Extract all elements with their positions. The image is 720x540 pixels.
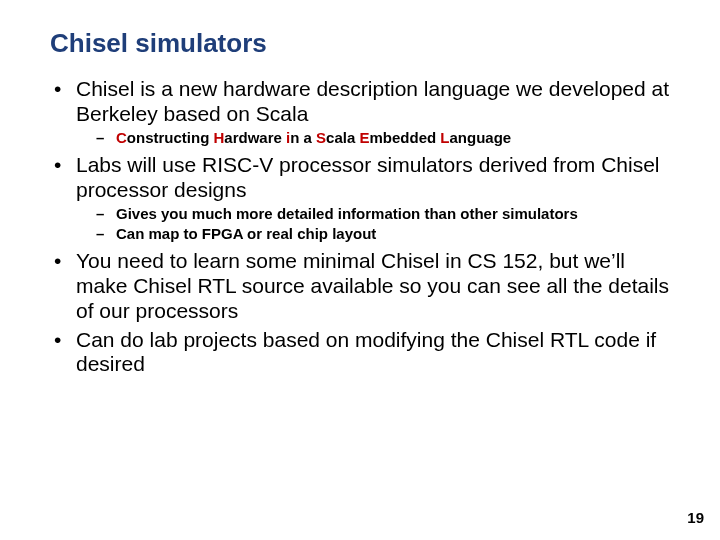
acronym-rest: onstructing [127,129,214,146]
acronym-rest: ardware [224,129,286,146]
bullet-text: Chisel is a new hardware description lan… [76,77,669,125]
acronym-rest: n a [290,129,316,146]
acronym-letter: S [316,129,326,146]
acronym-rest: cala [326,129,359,146]
sub-bullet-item: Gives you much more detailed information… [76,205,670,224]
sub-bullet-item: Can map to FPGA or real chip layout [76,225,670,244]
bullet-text: You need to learn some minimal Chisel in… [76,249,669,322]
bullet-item: Can do lab projects based on modifying t… [50,328,670,378]
sub-bullet-list: Constructing Hardware in a Scala Embedde… [76,129,670,148]
acronym-letter: H [214,129,225,146]
acronym-letter: C [116,129,127,146]
acronym-rest: anguage [450,129,512,146]
bullet-text: Labs will use RISC-V processor simulator… [76,153,660,201]
slide: Chisel simulators Chisel is a new hardwa… [0,0,720,540]
acronym-letter: E [359,129,369,146]
bullet-list: Chisel is a new hardware description lan… [50,77,670,377]
bullet-text: Can do lab projects based on modifying t… [76,328,656,376]
bullet-item: You need to learn some minimal Chisel in… [50,249,670,323]
bullet-item: Labs will use RISC-V processor simulator… [50,153,670,243]
bullet-item: Chisel is a new hardware description lan… [50,77,670,147]
sub-bullet-item: Constructing Hardware in a Scala Embedde… [76,129,670,148]
page-number: 19 [687,509,704,526]
sub-bullet-list: Gives you much more detailed information… [76,205,670,244]
acronym-rest: mbedded [369,129,440,146]
acronym-letter: L [440,129,449,146]
slide-title: Chisel simulators [50,28,670,59]
